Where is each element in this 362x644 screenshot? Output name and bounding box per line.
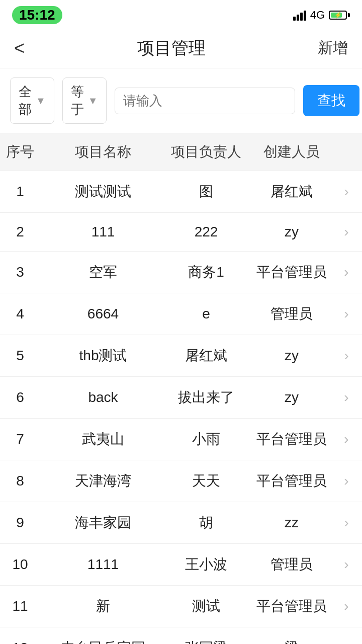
row-no: 8: [0, 473, 40, 489]
row-creator: zz: [246, 515, 337, 531]
row-name: 武夷山: [40, 430, 166, 449]
row-creator: 屠红斌: [246, 182, 337, 201]
search-input[interactable]: [115, 88, 295, 114]
row-manager: 屠红斌: [166, 346, 246, 365]
table-row[interactable]: 9 海丰家园 胡 zz ›: [0, 502, 362, 544]
row-creator: 管理员: [246, 555, 337, 574]
row-no: 9: [0, 515, 40, 531]
table-row[interactable]: 10 1111 王小波 管理员 ›: [0, 544, 362, 586]
table-row[interactable]: 4 6664 e 管理员 ›: [0, 293, 362, 335]
network-label: 4G: [310, 9, 325, 22]
nav-bar: < 项目管理 新增: [0, 28, 362, 68]
filter-select-condition[interactable]: 等于 ▼: [62, 77, 107, 124]
row-manager: 拔出来了: [166, 388, 246, 407]
row-no: 1: [0, 184, 40, 200]
table-row[interactable]: 8 天津海湾 天天 平台管理员 ›: [0, 460, 362, 502]
row-name: 海丰家园: [40, 513, 166, 532]
table-row[interactable]: 2 111 222 zy ›: [0, 213, 362, 252]
row-creator: zy: [246, 348, 337, 364]
row-creator: 平台管理员: [246, 597, 337, 616]
row-name: 新: [40, 597, 166, 616]
row-creator: 平台管理员: [246, 430, 337, 449]
table-row[interactable]: 12 丰台民岳家园 张国梁 梁 ›: [0, 627, 362, 644]
row-creator: 平台管理员: [246, 471, 337, 491]
row-creator: zy: [246, 224, 337, 240]
row-manager: 222: [166, 224, 246, 240]
row-no: 11: [0, 598, 40, 614]
chevron-right-icon: ›: [337, 598, 362, 614]
row-no: 12: [0, 640, 40, 644]
chevron-right-icon: ›: [337, 431, 362, 447]
row-manager: 小雨: [166, 430, 246, 449]
chevron-right-icon: ›: [337, 224, 362, 240]
row-manager: 图: [166, 182, 246, 201]
row-no: 4: [0, 306, 40, 322]
row-creator: 平台管理员: [246, 263, 337, 282]
row-name: 空军: [40, 263, 166, 282]
row-no: 5: [0, 348, 40, 364]
chevron-right-icon: ›: [337, 348, 362, 364]
table-row[interactable]: 5 thb测试 屠红斌 zy ›: [0, 335, 362, 377]
signal-icon: [293, 10, 306, 21]
chevron-right-icon: ›: [337, 473, 362, 489]
chevron-right-icon: ›: [337, 184, 362, 200]
filter-bar: 全部 ▼ 等于 ▼ 查找: [0, 68, 362, 133]
row-manager: 天天: [166, 471, 246, 491]
col-header-manager: 项目负责人: [166, 142, 246, 162]
row-name: 测试测试: [40, 182, 166, 201]
chevron-right-icon: ›: [337, 389, 362, 406]
chevron-right-icon: ›: [337, 556, 362, 573]
row-no: 3: [0, 264, 40, 280]
status-bar: 15:12 4G ⚡: [0, 0, 362, 28]
status-time: 15:12: [12, 6, 62, 24]
table-row[interactable]: 1 测试测试 图 屠红斌 ›: [0, 171, 362, 213]
row-manager: 胡: [166, 513, 246, 532]
col-header-no: 序号: [0, 142, 40, 162]
row-no: 6: [0, 389, 40, 406]
row-name: 天津海湾: [40, 471, 166, 491]
row-manager: 商务1: [166, 263, 246, 282]
row-manager: 王小波: [166, 555, 246, 574]
back-button[interactable]: <: [14, 38, 25, 59]
row-creator: 梁: [246, 638, 337, 644]
row-manager: 测试: [166, 597, 246, 616]
add-button[interactable]: 新增: [318, 38, 348, 58]
row-creator: 管理员: [246, 304, 337, 324]
table-row[interactable]: 3 空军 商务1 平台管理员 ›: [0, 252, 362, 293]
table-header: 序号 项目名称 项目负责人 创建人员: [0, 133, 362, 171]
row-no: 2: [0, 224, 40, 240]
row-name: 1111: [40, 556, 166, 573]
row-name: 111: [40, 224, 166, 240]
row-manager: e: [166, 306, 246, 322]
chevron-right-icon: ›: [337, 264, 362, 280]
chevron-right-icon: ›: [337, 306, 362, 322]
battery-icon: ⚡: [329, 11, 350, 20]
status-icons: 4G ⚡: [293, 9, 350, 22]
row-name: back: [40, 389, 166, 406]
row-manager: 张国梁: [166, 638, 246, 644]
chevron-right-icon: ›: [337, 640, 362, 644]
row-name: thb测试: [40, 346, 166, 365]
chevron-down-icon: ▼: [88, 95, 98, 107]
page-title: 项目管理: [137, 37, 206, 60]
table-row[interactable]: 11 新 测试 平台管理员 ›: [0, 586, 362, 627]
col-header-creator: 创建人员: [246, 142, 337, 162]
table-body: 1 测试测试 图 屠红斌 › 2 111 222 zy › 3 空军 商务1 平…: [0, 171, 362, 644]
row-name: 丰台民岳家园: [40, 638, 166, 644]
row-no: 10: [0, 556, 40, 573]
chevron-right-icon: ›: [337, 515, 362, 531]
filter-select-type[interactable]: 全部 ▼: [10, 77, 54, 124]
row-no: 7: [0, 431, 40, 447]
col-header-name: 项目名称: [40, 142, 166, 162]
search-button[interactable]: 查找: [303, 85, 359, 116]
row-name: 6664: [40, 306, 166, 322]
table-row[interactable]: 6 back 拔出来了 zy ›: [0, 377, 362, 419]
table-row[interactable]: 7 武夷山 小雨 平台管理员 ›: [0, 419, 362, 460]
chevron-down-icon: ▼: [36, 95, 46, 107]
row-creator: zy: [246, 389, 337, 406]
